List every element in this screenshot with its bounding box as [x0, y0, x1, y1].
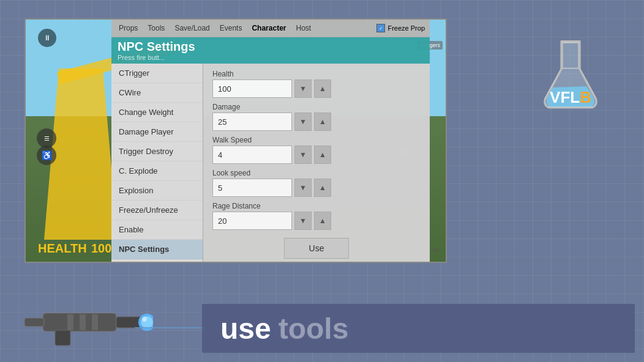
- toolgun-svg: [18, 301, 153, 350]
- walk-speed-row: ▼ ▲: [212, 146, 421, 164]
- nav-character[interactable]: Character: [249, 23, 288, 34]
- walk-speed-increase[interactable]: ▲: [314, 146, 331, 164]
- look-speed-increase[interactable]: ▲: [314, 179, 331, 197]
- health-row: ▼ ▲: [212, 79, 421, 98]
- walk-speed-label: Walk Speed: [212, 136, 421, 144]
- damage-row: ▼ ▲: [212, 113, 421, 131]
- health-value: 100: [91, 242, 111, 255]
- navigation-bar: Props Tools Save/Load Events Character H…: [111, 20, 430, 37]
- health-field-group: Health ▼ ▲: [212, 70, 421, 98]
- menu-icon: ☰: [44, 135, 50, 142]
- ammo-display: ∞: [433, 245, 440, 256]
- freeze-checkbox[interactable]: ✓: [376, 24, 385, 32]
- rage-distance-row: ▼ ▲: [212, 212, 421, 230]
- bottom-banner: usetools: [202, 304, 635, 353]
- flask-graphic: VFLB: [540, 37, 601, 110]
- health-decrease[interactable]: ▼: [294, 79, 312, 98]
- freeze-prop-control: ✓ Freeze Prop: [376, 24, 425, 32]
- nav-props[interactable]: Props: [116, 23, 140, 34]
- vflb-logo: VFLB: [534, 37, 607, 135]
- look-speed-row: ▼ ▲: [212, 179, 421, 197]
- rage-distance-decrease[interactable]: ▼: [294, 212, 312, 230]
- walk-speed-decrease[interactable]: ▼: [294, 146, 312, 164]
- nav-saveload[interactable]: Save/Load: [172, 23, 212, 34]
- freeze-label: Freeze Prop: [388, 24, 425, 32]
- menu-item-trigger-destroy[interactable]: Trigger Destroy: [111, 142, 203, 161]
- menu-item-enable[interactable]: Enable: [111, 220, 203, 240]
- svg-rect-10: [92, 314, 98, 330]
- damage-label: Damage: [212, 103, 421, 111]
- menu-list: CTrigger CWire Change Weight Damage Play…: [111, 64, 203, 262]
- person-button[interactable]: ♿: [37, 146, 56, 165]
- v-letter: V: [550, 88, 560, 106]
- damage-field-group: Damage ▼ ▲: [212, 103, 421, 131]
- settings-panel: Health ▼ ▲ Damage ▼ ▲ Wa: [203, 64, 430, 262]
- connector-line: [135, 327, 205, 328]
- nav-host[interactable]: Host: [293, 23, 313, 34]
- infinity-icon: ∞: [433, 245, 440, 255]
- menu-item-npc-settings[interactable]: NPC Settings: [111, 240, 203, 259]
- nav-tools[interactable]: Tools: [145, 23, 167, 34]
- vflb-text: VFLB: [550, 88, 591, 107]
- look-speed-decrease[interactable]: ▼: [294, 179, 312, 197]
- look-speed-input[interactable]: [212, 179, 292, 197]
- rage-distance-label: Rage Distance: [212, 202, 421, 210]
- svg-rect-11: [24, 318, 44, 327]
- toolgun-area: [18, 295, 190, 356]
- svg-rect-8: [67, 314, 73, 330]
- menu-item-damage-player[interactable]: Damage Player: [111, 122, 203, 142]
- damage-decrease[interactable]: ▼: [294, 113, 312, 131]
- menu-item-switch-gravity[interactable]: Switch Gravity: [111, 259, 203, 262]
- pause-icon: ⏸: [43, 34, 51, 42]
- b-letter: B: [580, 88, 591, 106]
- rage-distance-field-group: Rage Distance ▼ ▲: [212, 202, 421, 230]
- banner-use-text: use: [220, 312, 271, 345]
- menu-item-cwire[interactable]: CWire: [111, 83, 203, 103]
- pause-button[interactable]: ⏸: [38, 29, 56, 47]
- banner-content: usetools: [220, 312, 348, 345]
- menu-item-ctrigger[interactable]: CTrigger: [111, 64, 203, 83]
- nav-events[interactable]: Events: [217, 23, 245, 34]
- svg-point-7: [142, 317, 147, 322]
- menu-item-explosion[interactable]: Explosion: [111, 181, 203, 201]
- npc-subtitle: Press fire butt...: [118, 54, 424, 61]
- health-display: HEALTH 100: [38, 242, 111, 256]
- damage-increase[interactable]: ▲: [314, 113, 331, 131]
- svg-rect-9: [80, 314, 86, 330]
- rage-distance-input[interactable]: [212, 212, 292, 230]
- svg-rect-3: [55, 330, 70, 345]
- menu-item-c-explode[interactable]: C. Explode: [111, 161, 203, 181]
- use-button[interactable]: Use: [284, 238, 350, 259]
- npc-title: NPC Settings: [118, 40, 424, 54]
- npc-settings-panel: Props Tools Save/Load Events Character H…: [111, 20, 430, 262]
- l-letter: L: [570, 88, 580, 106]
- menu-item-freeze-unfreeze[interactable]: Freeze/Unfreeze: [111, 201, 203, 220]
- health-input[interactable]: [212, 79, 292, 98]
- look-speed-label: Look speed: [212, 169, 421, 177]
- look-speed-field-group: Look speed ▼ ▲: [212, 169, 421, 197]
- menu-item-change-weight[interactable]: Change Weight: [111, 103, 203, 122]
- walk-speed-field-group: Walk Speed ▼ ▲: [212, 136, 421, 164]
- banner-tools-text: tools: [279, 312, 349, 345]
- damage-input[interactable]: [212, 113, 292, 131]
- health-label: Health: [212, 70, 421, 78]
- f-letter: F: [560, 88, 570, 106]
- health-label: HEALTH: [38, 242, 87, 255]
- npc-header: NPC Settings Press fire butt...: [111, 37, 430, 64]
- walk-speed-input[interactable]: [212, 146, 292, 164]
- person-icon: ♿: [42, 150, 52, 160]
- rage-distance-increase[interactable]: ▲: [314, 212, 331, 230]
- game-viewport: ⏸ ☰ ♿ HEALTH 100 ∞ P Triggers Props Tool…: [24, 18, 447, 263]
- panel-body: CTrigger CWire Change Weight Damage Play…: [111, 64, 430, 262]
- health-increase[interactable]: ▲: [314, 79, 331, 98]
